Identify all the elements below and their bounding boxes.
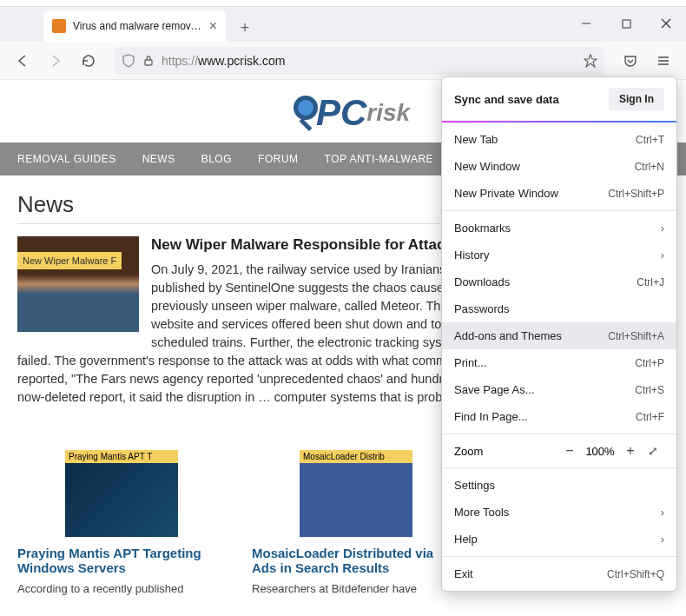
article-thumbnail[interactable]: New Wiper Malware F (17, 236, 139, 332)
zoom-in-button[interactable]: + (619, 443, 642, 459)
pocket-button[interactable] (617, 47, 644, 75)
chevron-right-icon: › (661, 222, 664, 235)
card-body: According to a recently published (17, 582, 226, 595)
menu-exit[interactable]: Exit Ctrl+Shift+Q (442, 560, 676, 587)
menu-addons-themes[interactable]: Add-ons and Themes Ctrl+Shift+A (442, 322, 676, 349)
menu-settings[interactable]: Settings (442, 472, 676, 499)
menu-help[interactable]: Help › (442, 526, 676, 553)
tab-title: Virus and malware removal inst (73, 20, 202, 32)
nav-forum[interactable]: FORUM (258, 153, 299, 165)
close-tab-button[interactable]: × (209, 18, 217, 34)
chevron-right-icon: › (661, 506, 664, 519)
card-body: Researchers at Bitdefender have (252, 582, 460, 595)
address-bar[interactable]: https://www.pcrisk.com (115, 47, 604, 75)
card-title[interactable]: MosaicLoader Distributed via Ads in Sear… (252, 546, 460, 575)
menu-save-page-as[interactable]: Save Page As... Ctrl+S (442, 376, 676, 403)
chevron-right-icon: › (661, 248, 664, 262)
fullscreen-button[interactable]: ⤢ (642, 444, 664, 458)
menu-new-window[interactable]: New Window Ctrl+N (442, 153, 676, 180)
menu-downloads[interactable]: Downloads Ctrl+J (442, 268, 676, 295)
bookmark-star-icon[interactable] (584, 54, 597, 68)
window-controls (566, 10, 686, 36)
nav-news[interactable]: NEWS (142, 153, 175, 165)
menu-new-tab[interactable]: New Tab Ctrl+T (442, 126, 676, 153)
svg-rect-4 (145, 60, 152, 65)
app-menu-panel: Sync and save data Sign In New Tab Ctrl+… (441, 76, 677, 592)
new-tab-button[interactable]: + (231, 14, 259, 42)
toolbar: https://www.pcrisk.com (0, 42, 686, 80)
svg-rect-1 (623, 20, 630, 28)
minimize-button[interactable] (566, 10, 606, 36)
menu-zoom: Zoom − 100% + ⤢ (442, 438, 676, 464)
menu-bookmarks[interactable]: Bookmarks › (442, 215, 676, 242)
favicon-icon (52, 19, 66, 33)
zoom-value: 100% (581, 445, 619, 458)
thumbnail-caption: New Wiper Malware F (17, 252, 122, 269)
menu-separator (442, 121, 676, 123)
close-window-button[interactable] (646, 10, 686, 36)
reload-button[interactable] (75, 47, 102, 75)
menu-sync-header: Sync and save data Sign In (442, 77, 676, 121)
titlebar (0, 0, 686, 7)
menu-passwords[interactable]: Passwords (442, 295, 676, 322)
sync-label: Sync and save data (454, 93, 559, 106)
magnifier-icon (276, 96, 311, 130)
menu-new-private-window[interactable]: New Private Window Ctrl+Shift+P (442, 180, 676, 207)
sign-in-button[interactable]: Sign In (609, 88, 664, 110)
menu-separator (442, 467, 676, 468)
card-thumbnail[interactable]: Praying Mantis APT T (65, 450, 178, 537)
menu-find-in-page[interactable]: Find In Page... Ctrl+F (442, 403, 676, 430)
back-button[interactable] (9, 47, 36, 75)
nav-blog[interactable]: BLOG (201, 153, 232, 165)
card-praying-mantis: Praying Mantis APT T Praying Mantis APT … (17, 450, 226, 595)
zoom-out-button[interactable]: − (558, 443, 581, 459)
lock-icon[interactable] (142, 55, 155, 67)
chevron-right-icon: › (661, 533, 664, 546)
browser-tab[interactable]: Virus and malware removal inst × (43, 10, 226, 42)
menu-history[interactable]: History › (442, 242, 676, 268)
hamburger-menu-button[interactable] (650, 47, 677, 75)
shield-icon[interactable] (122, 54, 135, 68)
nav-removal-guides[interactable]: REMOVAL GUIDES (17, 153, 116, 165)
menu-print[interactable]: Print... Ctrl+P (442, 349, 676, 376)
card-mosaicloader: MosaicLoader Distrib MosaicLoader Distri… (252, 450, 460, 595)
maximize-button[interactable] (606, 10, 646, 36)
menu-separator (442, 556, 676, 557)
forward-button[interactable] (42, 47, 69, 75)
menu-separator (442, 434, 676, 434)
card-title[interactable]: Praying Mantis APT Targeting Windows Ser… (17, 546, 226, 575)
nav-top-antimalware[interactable]: TOP ANTI-MALWARE (325, 153, 434, 165)
menu-more-tools[interactable]: More Tools › (442, 499, 676, 526)
menu-separator (442, 210, 676, 211)
url-text: https://www.pcrisk.com (162, 54, 577, 68)
card-thumbnail[interactable]: MosaicLoader Distrib (300, 450, 412, 537)
